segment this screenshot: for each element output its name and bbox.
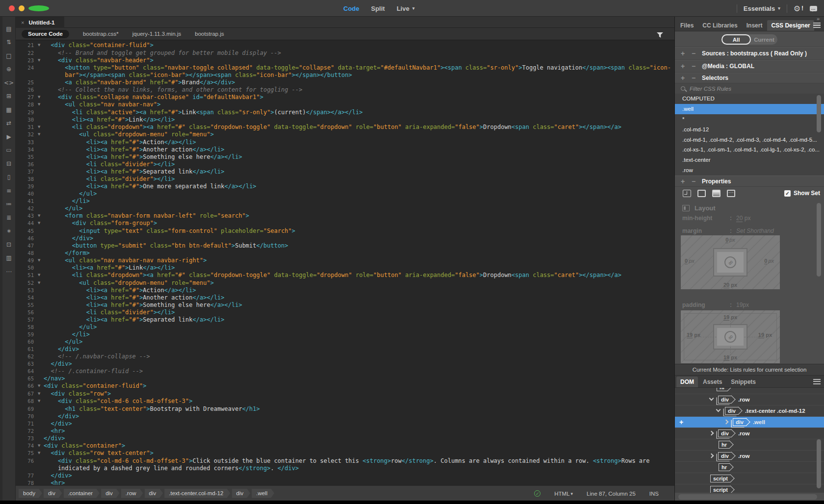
list-assign-icon[interactable]: ≔ [6, 200, 12, 208]
code-fold-arrow[interactable]: ▼ [36, 279, 44, 287]
code-line-48[interactable]: 48</form> [16, 250, 674, 257]
show-set-toggle[interactable]: ✓ Show Set [784, 190, 820, 197]
dom-node-div-row[interactable]: div.row [675, 394, 824, 405]
feedback-bubble-button[interactable]: … [810, 6, 817, 11]
code-line-27[interactable]: 27▼<div class="collapse navbar-collapse"… [16, 94, 674, 101]
min-height-value[interactable]: 20 px [736, 215, 750, 222]
dom-tag-chip-div[interactable]: div [718, 396, 731, 403]
dom-tag-chip-div[interactable]: div [718, 429, 731, 437]
add-selector-button[interactable]: + [681, 74, 685, 82]
media-section-header[interactable]: + − @Media : GLOBAL [675, 60, 824, 73]
code-line-73[interactable]: 73</div> [16, 435, 674, 442]
remove-selector-button[interactable]: − [692, 74, 695, 82]
view-mode-split[interactable]: Split [371, 5, 385, 12]
sort-arrows-icon[interactable]: ⇅ [6, 38, 11, 47]
dom-panel-tab-assets[interactable]: Assets [699, 377, 726, 387]
dom-tag-chip-div[interactable]: div [725, 407, 738, 415]
margin-left-value[interactable]: 0px [685, 258, 695, 264]
code-line-35[interactable]: 35<li><a href="#">Something else here</a… [16, 153, 674, 161]
remove-property-button[interactable]: − [692, 177, 695, 185]
code-line-46[interactable]: 46</div> [16, 235, 674, 242]
dom-panel-tab-dom[interactable]: DOM [676, 377, 698, 387]
code-line-40[interactable]: 40</ul> [16, 190, 674, 198]
tag-path-item-div[interactable]: div [145, 489, 163, 498]
code-line-33[interactable]: 33<li><a href="#">Action</a></li> [16, 139, 674, 146]
tag-path-item-div[interactable]: div [101, 489, 120, 498]
document-tab[interactable]: × Untitled-1 [16, 17, 64, 28]
zoom-window-button[interactable] [28, 5, 49, 11]
dom-tag-chip-hr[interactable]: hr [719, 463, 729, 471]
tag-path-item--container[interactable]: .container [64, 489, 100, 498]
panel-tab-cc-libraries[interactable]: CC Libraries [698, 20, 741, 31]
expand-grid-icon[interactable]: ⊞ [6, 92, 11, 101]
swap-icon[interactable]: ⇄ [6, 119, 11, 127]
filter-icon[interactable] [656, 31, 664, 40]
selector-row[interactable]: * [675, 114, 824, 125]
dom-node-script[interactable]: script [675, 484, 824, 493]
panel-tab-insert[interactable]: Insert [743, 20, 767, 31]
dom-horizontal-scrollbar[interactable] [678, 494, 817, 500]
tag-path-item--row[interactable]: .row [121, 489, 143, 498]
add-element-button[interactable]: + [679, 418, 683, 426]
dom-node-div-row[interactable]: div.row [675, 428, 824, 439]
related-file-bootstrap-js[interactable]: bootstrap.js [195, 31, 224, 37]
code-line-63[interactable]: 63</div> [16, 360, 674, 368]
dom-node-div-row[interactable]: div.row [675, 451, 824, 462]
minimize-window-button[interactable] [19, 5, 25, 11]
tag-path-item-div[interactable]: div [44, 489, 62, 498]
selector-row[interactable]: .well [675, 104, 824, 114]
code-line-31[interactable]: 31▼<li class="dropdown"><a href="#" clas… [16, 124, 674, 131]
dom-node-hr[interactable]: hr [675, 388, 824, 394]
code-fold-arrow[interactable]: ▼ [36, 212, 44, 220]
code-line-56[interactable]: 56<li class="divider"></li> [16, 309, 674, 316]
code-line-65[interactable]: 65</nav> [16, 375, 674, 382]
margin-right-value[interactable]: 0px [764, 258, 774, 264]
collapse-box-icon[interactable]: ⊟ [6, 159, 11, 168]
code-line-44[interactable]: 44▼<div class="form-group"> [16, 220, 674, 227]
more-tools-icon[interactable]: ⋯ [6, 267, 12, 276]
view-mode-live[interactable]: Live▾ [397, 5, 415, 12]
view-mode-code[interactable]: Code [343, 5, 360, 12]
code-line-69[interactable]: 69<h1 class="text-center">Bootstrap with… [16, 405, 674, 413]
add-media-button[interactable]: + [681, 62, 685, 70]
code-fold-arrow[interactable]: ▼ [36, 101, 44, 109]
code-line-75[interactable]: 75▼<div class="row text-center"> [16, 450, 674, 457]
inspect-icon[interactable]: ▶ [6, 132, 11, 141]
globe-icon[interactable]: ⊕ [6, 65, 11, 74]
collapse-panel-icon[interactable]: » [817, 17, 820, 22]
code-line-55[interactable]: 55<li><a href="#">Something else here</a… [16, 302, 674, 309]
margin-top-value[interactable]: 0px [681, 237, 780, 243]
dom-node-div-well[interactable]: +div.well [675, 417, 824, 428]
padding-shorthand-value[interactable]: 19px [736, 302, 749, 308]
dom-node-script[interactable]: script [675, 473, 824, 484]
code-fold-arrow[interactable]: ▼ [36, 257, 44, 265]
panel-icon[interactable]: ▭ [6, 146, 11, 154]
code-line-50[interactable]: 50<li><a href="#">Link</a></li> [16, 264, 674, 272]
properties-section-header[interactable]: + − Properties [675, 176, 824, 187]
panel-tab-css-designer[interactable]: CSS Designer [767, 20, 814, 31]
margin-bottom-value[interactable]: 20 px [681, 282, 780, 288]
scope-all-button[interactable]: All [721, 34, 751, 45]
collapse-node-icon[interactable] [716, 407, 721, 412]
code-line-34[interactable]: 34<li><a href="#">Another action</a></li… [16, 146, 674, 153]
link-values-icon[interactable]: ∞ [724, 256, 736, 268]
box-dot-icon[interactable]: ⊡ [6, 240, 11, 249]
selectors-scrollbar-thumb[interactable] [817, 95, 821, 132]
code-line-45[interactable]: 45<input type="text" class="form-control… [16, 227, 674, 235]
code-fold-arrow[interactable]: ▼ [36, 42, 44, 50]
layout-category-icon[interactable] [683, 190, 691, 197]
dom-node-hr[interactable]: hr [675, 439, 824, 451]
code-line-38[interactable]: 38<li class="divider"></li> [16, 176, 674, 183]
dom-scrollbar-thumb[interactable] [817, 439, 821, 488]
related-file-source-code[interactable]: Source Code [22, 30, 69, 38]
fluid-grid-icon[interactable]: ▦ [6, 105, 11, 114]
code-line-78[interactable]: 78<hr> [16, 479, 674, 485]
asterisk-icon[interactable]: ∗ [6, 227, 11, 235]
dom-node-div-text-center-col-md-12[interactable]: div.text-center .col-md-12 [675, 405, 824, 417]
format-lines-icon[interactable]: ≡ [6, 186, 11, 195]
dom-tag-chip-hr[interactable]: hr [719, 441, 729, 449]
code-line-41[interactable]: 41</li> [16, 198, 674, 205]
window-icon[interactable]: □ [6, 51, 11, 60]
code-line-61[interactable]: 61</div> [16, 346, 674, 353]
related-file-bootstrap-css-[interactable]: bootstrap.css* [83, 31, 119, 37]
